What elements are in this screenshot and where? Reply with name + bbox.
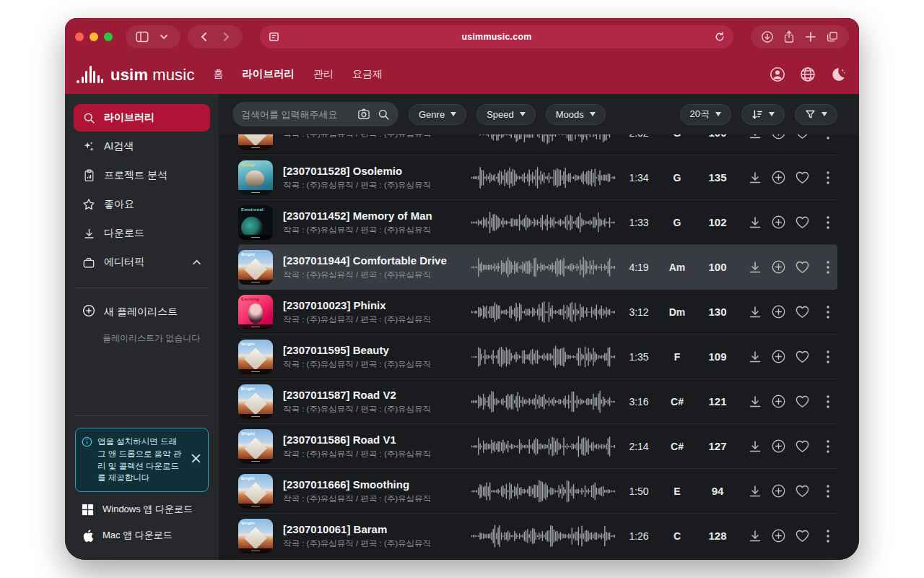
track-row[interactable]: Bright[2307010061] Baram작곡 : (주)유심뮤직 / 편… [238, 514, 837, 558]
more-button[interactable] [819, 165, 837, 189]
sidebar-toggle-icon[interactable] [133, 28, 152, 46]
waveform[interactable] [471, 522, 616, 550]
sidebar-item-4[interactable]: 다운로드 [74, 220, 210, 247]
like-button[interactable] [790, 479, 814, 503]
download-button[interactable] [743, 165, 767, 189]
album-art[interactable]: Exciting [238, 295, 273, 329]
album-art[interactable]: Bright [238, 519, 273, 553]
add-to-playlist-button[interactable] [767, 255, 790, 279]
track-row[interactable]: Exciting[2307010023] Phinix작곡 : (주)유심뮤직 … [238, 290, 837, 335]
nav-item-2[interactable]: 관리 [313, 68, 334, 81]
sidebar-item-0[interactable]: 라이브러리 [74, 104, 210, 131]
apple-app-download-link[interactable]: Mac 앱 다운로드 [74, 522, 210, 548]
download-button[interactable] [743, 524, 767, 548]
add-to-playlist-button[interactable] [767, 300, 790, 324]
album-art[interactable]: Emotional [238, 205, 273, 240]
sort-dropdown[interactable] [741, 104, 785, 125]
album-art[interactable]: Bright [238, 340, 273, 374]
sidebar-item-2[interactable]: 프로젝트 분석 [74, 162, 210, 189]
waveform[interactable] [471, 343, 616, 371]
new-tab-icon[interactable] [801, 28, 820, 46]
add-to-playlist-button[interactable] [767, 210, 790, 234]
close-window-button[interactable] [75, 33, 84, 41]
add-to-playlist-button[interactable] [767, 389, 790, 413]
search-icon[interactable] [378, 108, 390, 121]
waveform[interactable] [471, 478, 616, 505]
more-button[interactable] [819, 255, 837, 279]
waveform[interactable] [471, 164, 616, 191]
like-button[interactable] [790, 345, 814, 368]
download-button[interactable] [743, 479, 767, 503]
filter-moods-dropdown[interactable]: Moods [546, 104, 606, 125]
track-row[interactable]: Funny[2307011528] Osolemio작곡 : (주)유심뮤직 /… [238, 155, 837, 200]
like-button[interactable] [790, 210, 814, 234]
download-button[interactable] [743, 210, 767, 234]
downloads-icon[interactable] [758, 28, 777, 46]
more-button[interactable] [819, 434, 837, 458]
download-button[interactable] [743, 389, 767, 413]
album-art[interactable]: Bright [238, 384, 273, 419]
track-row[interactable]: Bright[2307011595] Beauty작곡 : (주)유심뮤직 / … [238, 335, 837, 379]
download-button[interactable] [743, 255, 767, 279]
minimize-window-button[interactable] [90, 33, 98, 41]
waveform[interactable] [471, 433, 616, 460]
waveform[interactable] [471, 254, 616, 281]
share-icon[interactable] [780, 28, 798, 46]
filter-genre-dropdown[interactable]: Genre [409, 104, 466, 125]
filter-dropdown[interactable] [795, 104, 837, 125]
address-bar[interactable]: usimmusic.com [260, 25, 733, 48]
like-button[interactable] [790, 134, 814, 144]
album-art[interactable]: Bright [238, 250, 273, 285]
more-button[interactable] [819, 210, 837, 234]
back-button[interactable] [195, 28, 214, 46]
album-art[interactable]: Bright [238, 134, 273, 150]
more-button[interactable] [819, 300, 837, 324]
more-button[interactable] [819, 134, 837, 144]
add-to-playlist-button[interactable] [767, 345, 790, 368]
dark-mode-icon[interactable] [829, 65, 847, 84]
chevron-down-icon[interactable] [154, 28, 173, 46]
download-button[interactable] [743, 134, 767, 144]
like-button[interactable] [790, 434, 814, 458]
add-to-playlist-button[interactable] [767, 134, 790, 144]
nav-item-3[interactable]: 요금제 [352, 68, 383, 81]
like-button[interactable] [790, 524, 814, 548]
sidebar-item-5[interactable]: 에디터픽 [74, 249, 210, 276]
new-playlist-button[interactable]: 새 플레이리스트 [74, 298, 210, 325]
track-row[interactable]: Bright[2307011586] Road V1작곡 : (주)유심뮤직 /… [238, 424, 837, 469]
tab-overview-icon[interactable] [823, 28, 842, 46]
zoom-window-button[interactable] [104, 33, 113, 41]
more-button[interactable] [819, 524, 837, 548]
nav-item-1[interactable]: 라이브러리 [243, 67, 295, 81]
waveform[interactable] [471, 388, 616, 415]
add-to-playlist-button[interactable] [767, 434, 790, 458]
like-button[interactable] [790, 389, 814, 413]
app-logo[interactable]: usimmusic [77, 66, 195, 83]
sidebar-item-3[interactable]: 좋아요 [74, 191, 210, 218]
track-row[interactable]: Emotional[2307011452] Memory of Man작곡 : … [238, 200, 837, 245]
album-art[interactable]: Bright [238, 474, 273, 509]
track-row[interactable]: Bright[2307011944] Comfortable Drive작곡 :… [238, 245, 837, 290]
download-button[interactable] [743, 434, 767, 458]
more-button[interactable] [819, 389, 837, 413]
filter-speed-dropdown[interactable]: Speed [476, 104, 536, 125]
search-input[interactable] [241, 109, 350, 120]
add-to-playlist-button[interactable] [767, 524, 790, 548]
download-button[interactable] [743, 345, 767, 368]
add-to-playlist-button[interactable] [767, 165, 790, 189]
camera-search-icon[interactable] [357, 108, 370, 120]
album-art[interactable]: Funny [238, 160, 273, 195]
track-row[interactable]: Bright[2307011587] Road V2작곡 : (주)유심뮤직 /… [238, 379, 837, 424]
more-button[interactable] [819, 345, 837, 368]
waveform[interactable] [471, 209, 616, 236]
sidebar-item-1[interactable]: AI검색 [74, 133, 210, 160]
globe-icon[interactable] [798, 65, 817, 84]
download-button[interactable] [743, 300, 767, 324]
track-row[interactable]: Bright[2307011666] Smoothing작곡 : (주)유심뮤직… [238, 469, 837, 514]
album-art[interactable]: Bright [238, 429, 273, 464]
close-notice-icon[interactable] [191, 454, 201, 467]
like-button[interactable] [790, 300, 814, 324]
nav-item-0[interactable]: 홈 [214, 68, 224, 81]
like-button[interactable] [790, 255, 814, 279]
more-button[interactable] [819, 479, 837, 503]
